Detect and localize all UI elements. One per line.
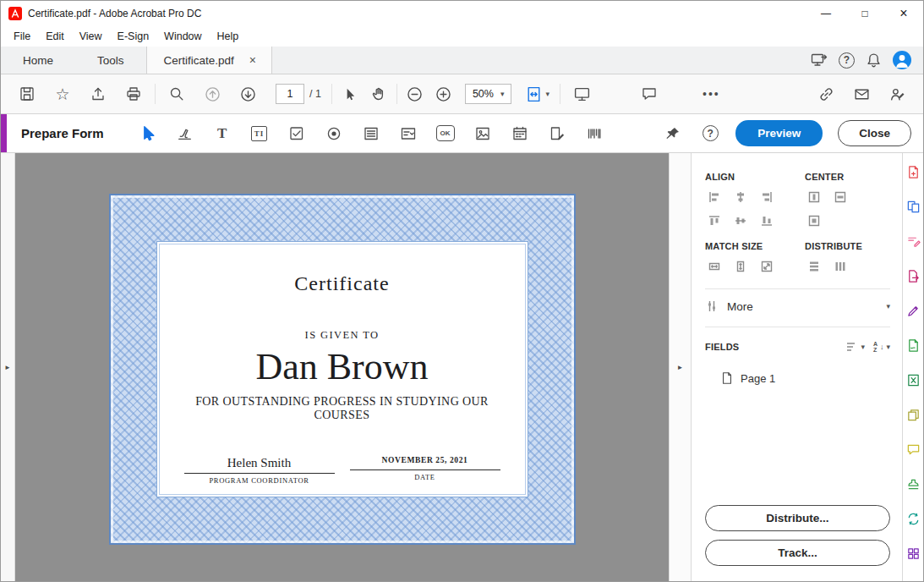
date-field-tool-button[interactable]	[510, 124, 530, 144]
close-prepare-form-button[interactable]: Close	[838, 120, 911, 146]
close-window-button[interactable]: ×	[884, 1, 923, 26]
form-select-tool-button[interactable]	[138, 124, 158, 144]
certificate-page[interactable]: Certificate IS GIVEN TO Dan Brown FOR OU…	[109, 194, 576, 545]
next-page-button[interactable]	[238, 85, 257, 103]
more-label: More	[727, 300, 753, 313]
more-options-row[interactable]: More ▾	[705, 299, 890, 313]
link-button[interactable]	[817, 85, 835, 103]
email-button[interactable]	[852, 85, 871, 103]
digital-signature-tool-button[interactable]	[547, 124, 567, 144]
tab-home[interactable]: Home	[1, 47, 75, 74]
text-field-tool-button[interactable]: TI	[249, 124, 270, 144]
date-label: DATE	[350, 473, 500, 481]
send-for-review-icon[interactable]	[906, 512, 921, 526]
pin-panel-button[interactable]	[663, 124, 683, 144]
hand-tool-button[interactable]	[369, 85, 388, 103]
certificate-title: Certificate	[174, 272, 511, 295]
comment-button[interactable]	[640, 85, 659, 103]
align-center-button[interactable]	[731, 189, 750, 206]
center-both-button[interactable]	[805, 212, 823, 229]
select-tool-button[interactable]	[341, 85, 359, 103]
zoom-in-button[interactable]	[435, 85, 453, 103]
tab-tools[interactable]: Tools	[75, 47, 146, 74]
previous-page-button[interactable]	[203, 85, 221, 103]
tab-document[interactable]: Certificate.pdf ×	[146, 47, 272, 74]
button-field-tool-button[interactable]: OK	[435, 124, 456, 144]
barcode-field-tool-button[interactable]	[584, 124, 604, 144]
align-middle-button[interactable]	[731, 212, 750, 229]
distribute-horizontally-button[interactable]	[831, 258, 850, 275]
dropdown-field-tool-button[interactable]	[398, 124, 418, 144]
sort-order-button[interactable]: ▾	[845, 341, 865, 353]
user-avatar[interactable]	[893, 51, 911, 69]
request-signatures-icon[interactable]	[906, 338, 921, 353]
right-panel-toggle[interactable]: ►	[669, 153, 691, 581]
stamp-tool-icon[interactable]	[906, 477, 921, 491]
save-button[interactable]	[18, 85, 36, 103]
menu-file[interactable]: File	[6, 28, 38, 45]
combine-files-icon[interactable]	[906, 200, 921, 214]
star-favorite-button[interactable]: ☆	[53, 85, 72, 103]
align-top-button[interactable]	[705, 212, 724, 229]
more-tools-button[interactable]: •••	[703, 87, 720, 101]
match-width-button[interactable]	[705, 258, 724, 275]
center-horizontally-button[interactable]	[805, 189, 823, 206]
fields-page-item[interactable]: Page 1	[705, 371, 890, 385]
menu-help[interactable]: Help	[210, 28, 247, 45]
export-excel-icon[interactable]	[906, 373, 921, 387]
prepare-form-help-button[interactable]: ?	[700, 124, 720, 144]
menu-edit[interactable]: Edit	[38, 28, 72, 45]
help-icon[interactable]: ?	[839, 52, 855, 69]
main-toolbar: ☆ / 1 50% ▾ ▾ •••	[1, 74, 923, 114]
document-canvas[interactable]: Certificate IS GIVEN TO Dan Brown FOR OU…	[15, 153, 669, 581]
reading-mode-button[interactable]	[572, 85, 591, 103]
zoom-out-button[interactable]	[406, 85, 424, 103]
fields-page-label: Page 1	[741, 372, 775, 385]
share-upload-button[interactable]	[89, 85, 107, 103]
fill-sign-icon[interactable]	[906, 304, 921, 318]
menu-esign[interactable]: E-Sign	[110, 28, 157, 45]
acrobat-logo-icon	[8, 7, 22, 20]
notifications-bell-icon[interactable]	[865, 52, 883, 69]
zoom-level-select[interactable]: 50% ▾	[465, 84, 512, 104]
match-height-button[interactable]	[731, 258, 750, 275]
search-zoom-tool-button[interactable]	[167, 85, 186, 103]
left-panel-toggle[interactable]: ►	[1, 153, 15, 581]
preview-button[interactable]: Preview	[735, 120, 823, 146]
fit-width-button[interactable]: ▾	[525, 85, 549, 103]
maximize-button[interactable]: □	[845, 1, 884, 26]
more-rail-tools-icon[interactable]	[906, 546, 921, 561]
track-button[interactable]: Track...	[705, 540, 890, 566]
match-both-button[interactable]	[757, 258, 776, 275]
align-section-label: ALIGN	[705, 172, 805, 182]
align-bottom-button[interactable]	[757, 212, 776, 229]
share-screen-icon[interactable]	[810, 51, 828, 69]
zoom-caret-icon: ▾	[500, 90, 505, 98]
prepare-form-toolbar: Prepare Form T TI OK ? Preview Close	[1, 114, 923, 153]
page-number-input[interactable]	[276, 84, 304, 104]
comment-tool-icon[interactable]	[906, 442, 921, 457]
list-box-field-tool-button[interactable]	[361, 124, 381, 144]
add-text-tool-button[interactable]: T	[212, 124, 232, 144]
compress-pdf-icon[interactable]	[906, 408, 921, 422]
minimize-button[interactable]: —	[806, 1, 845, 26]
align-left-button[interactable]	[705, 189, 724, 206]
image-field-tool-button[interactable]	[473, 124, 493, 144]
sort-alphabetical-button[interactable]: AZ ↓ ▾	[873, 341, 890, 353]
window-title: Certificate.pdf - Adobe Acrobat Pro DC	[28, 8, 201, 19]
align-right-button[interactable]	[757, 189, 776, 206]
radio-field-tool-button[interactable]	[324, 124, 344, 144]
print-button[interactable]	[124, 85, 143, 103]
distribute-button[interactable]: Distribute...	[705, 505, 890, 531]
distribute-vertically-button[interactable]	[805, 258, 823, 275]
tab-close-icon[interactable]: ×	[246, 53, 260, 67]
edit-pdf-icon[interactable]	[906, 234, 921, 249]
menu-window[interactable]: Window	[156, 28, 209, 45]
export-pdf-icon[interactable]	[906, 269, 921, 283]
create-pdf-icon[interactable]	[906, 165, 921, 179]
signature-field-tool-button[interactable]	[175, 124, 195, 144]
checkbox-field-tool-button[interactable]	[287, 124, 307, 144]
sign-account-button[interactable]	[888, 85, 906, 103]
center-vertically-button[interactable]	[831, 189, 850, 206]
menu-view[interactable]: View	[72, 28, 110, 45]
